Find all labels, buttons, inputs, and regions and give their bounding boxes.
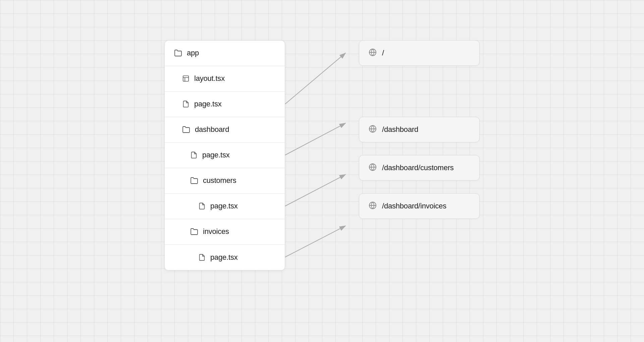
svg-line-6 — [285, 226, 345, 257]
route-card-dashboard: /dashboard — [359, 117, 480, 142]
route-invoices-label: /dashboard/invoices — [382, 202, 446, 210]
layout-label: layout.tsx — [194, 74, 225, 83]
arrows-svg — [285, 40, 359, 302]
tree-row-page-invoices: page.tsx — [165, 245, 285, 270]
route-card-customers: /dashboard/customers — [359, 155, 480, 181]
tree-row-invoices: invoices — [165, 219, 285, 245]
routes-panel: / /dashboard /d — [359, 40, 480, 219]
customers-label: customers — [203, 176, 236, 185]
page-invoices-label: page.tsx — [210, 253, 238, 262]
globe-icon-root — [369, 48, 377, 58]
file-tree-panel: app layout.tsx page.tsx — [164, 40, 285, 271]
page-dashboard-label: page.tsx — [202, 151, 230, 159]
route-root-label: / — [382, 49, 384, 57]
route-card-root: / — [359, 40, 480, 66]
svg-line-5 — [285, 175, 345, 206]
tree-row-layout: layout.tsx — [165, 66, 285, 92]
folder-invoices-icon — [190, 228, 198, 236]
layout-file-icon — [182, 75, 190, 82]
diagram-container: app layout.tsx page.tsx — [164, 40, 480, 302]
invoices-label: invoices — [203, 227, 229, 236]
svg-line-4 — [285, 123, 345, 155]
file-icon-invoices — [198, 254, 206, 261]
page-customers-label: page.tsx — [210, 202, 238, 210]
file-icon-dashboard — [190, 151, 198, 159]
tree-row-page-root: page.tsx — [165, 92, 285, 117]
globe-icon-dashboard — [369, 125, 377, 134]
tree-row-customers: customers — [165, 168, 285, 194]
folder-icon — [174, 49, 182, 57]
globe-icon-invoices — [369, 201, 377, 211]
route-card-invoices: /dashboard/invoices — [359, 193, 480, 219]
folder-dashboard-icon — [182, 126, 190, 134]
svg-line-3 — [285, 53, 345, 104]
page-root-label: page.tsx — [194, 100, 222, 108]
route-customers-label: /dashboard/customers — [382, 163, 454, 172]
dashboard-label: dashboard — [195, 125, 229, 134]
app-label: app — [187, 49, 199, 57]
folder-customers-icon — [190, 177, 198, 185]
arrows-container — [285, 40, 359, 302]
tree-row-app: app — [165, 41, 285, 66]
globe-icon-customers — [369, 163, 377, 173]
tree-row-page-customers: page.tsx — [165, 194, 285, 219]
file-icon-root — [182, 100, 190, 108]
tree-row-dashboard: dashboard — [165, 117, 285, 143]
tree-row-page-dashboard: page.tsx — [165, 143, 285, 168]
svg-rect-0 — [183, 76, 189, 82]
file-icon-customers — [198, 202, 206, 210]
route-dashboard-label: /dashboard — [382, 125, 418, 134]
